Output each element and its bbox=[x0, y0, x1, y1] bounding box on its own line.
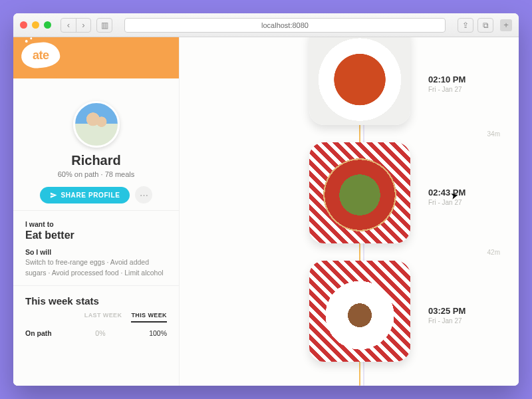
share-profile-label: SHARE PROFILE bbox=[61, 192, 120, 199]
minimize-window-button[interactable] bbox=[32, 21, 39, 29]
meal-time: 02:10 PM bbox=[428, 74, 501, 84]
page-content: ate Richard 60% on path · 78 meals SHARE… bbox=[13, 37, 519, 386]
back-button[interactable]: ‹ bbox=[61, 19, 76, 32]
meal-photo bbox=[309, 37, 410, 125]
url-text: localhost:8080 bbox=[261, 21, 309, 29]
habits-text: Switch to free-range eggs · Avoid added … bbox=[25, 257, 167, 279]
toolbar-right: ⇪ ⧉ + bbox=[458, 18, 512, 33]
more-button[interactable]: ⋯ bbox=[135, 186, 152, 203]
meal-card[interactable] bbox=[309, 142, 410, 243]
stats-section: This week stats LAST WEEK THIS WEEK On p… bbox=[13, 285, 179, 344]
meal-photo bbox=[309, 261, 410, 362]
meal-date: Fri - Jan 27 bbox=[428, 199, 501, 206]
forward-button[interactable]: › bbox=[76, 19, 90, 32]
app-logo[interactable]: ate bbox=[20, 41, 61, 70]
meal-time: 03:25 PM bbox=[428, 306, 501, 316]
user-name: Richard bbox=[25, 153, 167, 168]
profile-actions: SHARE PROFILE ⋯ bbox=[25, 186, 167, 203]
sidebar-toggle-button[interactable]: ▥ bbox=[96, 18, 112, 33]
new-tab-button[interactable]: + bbox=[500, 19, 512, 31]
meal-time: 02:43 PM bbox=[428, 188, 501, 198]
stat-row-on-path: On path 0% 100% bbox=[25, 329, 167, 337]
meal-date: Fri - Jan 27 bbox=[428, 86, 501, 93]
user-substat: 60% on path · 78 meals bbox=[25, 170, 167, 178]
goal-title: Eat better bbox=[25, 229, 167, 241]
address-bar[interactable]: localhost:8080 bbox=[124, 18, 446, 33]
stats-heading: This week stats bbox=[25, 295, 167, 307]
time-gap: 42m bbox=[487, 249, 500, 256]
brand-band: ate bbox=[13, 37, 179, 78]
meal-meta: 03:25 PM Fri - Jan 27 bbox=[428, 306, 501, 325]
meal-meta: 02:43 PM Fri - Jan 27 bbox=[428, 188, 501, 206]
browser-window: ‹ › ▥ localhost:8080 ⇪ ⧉ + ate Richard 6… bbox=[13, 13, 519, 386]
nav-arrow-group: ‹ › bbox=[61, 18, 91, 33]
tabs-button[interactable]: ⧉ bbox=[477, 18, 493, 33]
avatar[interactable] bbox=[73, 101, 120, 148]
meal-photo bbox=[309, 142, 410, 243]
browser-toolbar: ‹ › ▥ localhost:8080 ⇪ ⧉ + bbox=[13, 13, 519, 37]
maximize-window-button[interactable] bbox=[44, 21, 51, 29]
goal-kicker: I want to bbox=[25, 220, 167, 228]
habits-kicker: So I will bbox=[25, 248, 167, 256]
paper-plane-icon bbox=[50, 192, 57, 199]
profile-block: Richard 60% on path · 78 meals SHARE PRO… bbox=[13, 78, 179, 210]
stat-value-last: 0% bbox=[95, 329, 105, 337]
window-controls bbox=[20, 21, 51, 29]
share-profile-button[interactable]: SHARE PROFILE bbox=[40, 187, 130, 203]
stat-label: On path bbox=[25, 329, 52, 337]
app-logo-text: ate bbox=[33, 49, 49, 63]
goal-section: I want to Eat better So I will Switch to… bbox=[13, 210, 179, 285]
profile-sidebar: ate Richard 60% on path · 78 meals SHARE… bbox=[13, 37, 180, 386]
meal-meta: 02:10 PM Fri - Jan 27 bbox=[428, 74, 501, 93]
tab-this-week[interactable]: THIS WEEK bbox=[131, 312, 167, 323]
stats-tabs: LAST WEEK THIS WEEK bbox=[25, 312, 167, 323]
meal-card[interactable] bbox=[309, 37, 410, 125]
stat-value-this: 100% bbox=[149, 329, 167, 337]
time-gap: 34m bbox=[487, 130, 500, 138]
meal-timeline[interactable]: 02:10 PM Fri - Jan 27 34m 02:43 PM Fri -… bbox=[180, 37, 519, 386]
ellipsis-icon: ⋯ bbox=[140, 190, 148, 200]
close-window-button[interactable] bbox=[20, 21, 27, 29]
tab-last-week[interactable]: LAST WEEK bbox=[84, 312, 122, 323]
share-page-button[interactable]: ⇪ bbox=[458, 18, 473, 33]
meal-card[interactable] bbox=[309, 261, 410, 362]
meal-date: Fri - Jan 27 bbox=[428, 317, 501, 325]
